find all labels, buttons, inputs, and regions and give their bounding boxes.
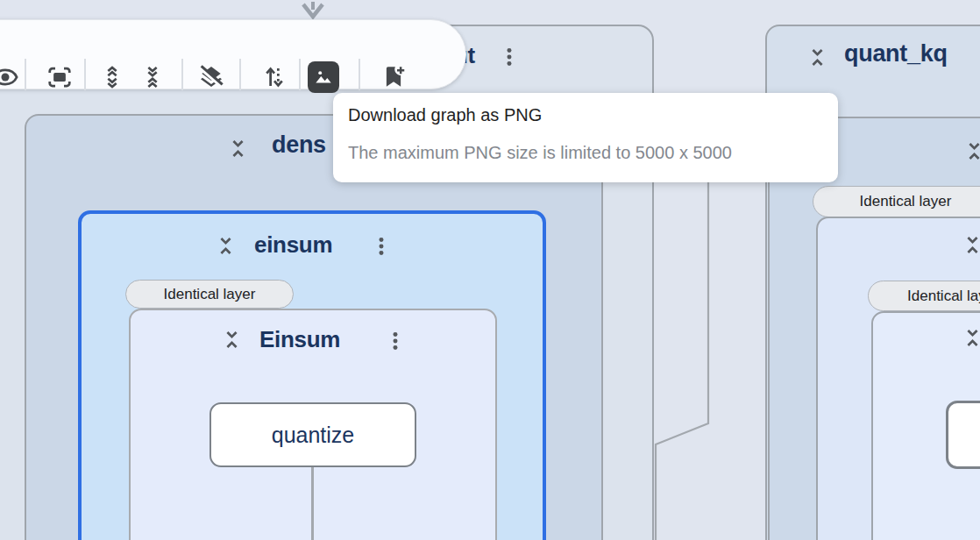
toolbar-divider (181, 59, 183, 90)
collapse-layer-icon[interactable] (961, 233, 980, 257)
edge-line (311, 467, 314, 540)
collapse-all-layers-icon[interactable] (137, 61, 168, 93)
identical-layer-badge: Identical layer (813, 186, 980, 217)
collapse-layer-icon[interactable] (214, 234, 238, 258)
toolbar-divider (239, 59, 241, 90)
toolbar-divider (299, 59, 301, 90)
bookmark-add-icon[interactable] (378, 61, 409, 93)
quantize-node-label: quantize (272, 423, 355, 448)
toolbar-divider (25, 59, 26, 90)
download-png-tooltip: Download graph as PNG The maximum PNG si… (333, 93, 838, 182)
flatten-layers-icon[interactable] (259, 61, 290, 93)
tooltip-subtitle: The maximum PNG size is limited to 5000 … (348, 143, 732, 163)
graph-toolbar (0, 19, 466, 89)
node[interactable] (946, 401, 980, 469)
collapse-layer-icon[interactable] (806, 46, 829, 69)
collapse-layer-icon[interactable] (962, 139, 980, 163)
badge-label: Identical layer (860, 193, 952, 210)
identical-layer-badge: Identical layer (125, 280, 294, 309)
more-options-icon[interactable] (498, 46, 521, 68)
toolbar-divider (359, 59, 360, 90)
collapse-layer-icon[interactable] (220, 328, 244, 352)
group-title-dens[interactable]: dens (272, 131, 326, 159)
collapse-layer-icon[interactable] (226, 137, 250, 160)
expand-all-layers-icon[interactable] (96, 61, 128, 93)
layers-off-icon[interactable] (195, 61, 227, 93)
fit-screen-icon[interactable] (44, 61, 75, 93)
collapse-layer-icon[interactable] (961, 326, 980, 350)
group-title-einsum-inner[interactable]: Einsum (259, 326, 340, 353)
identical-layer-badge: Identical layer (868, 281, 980, 311)
group-title-quant-kq[interactable]: quant_kq (844, 40, 948, 68)
tooltip-title: Download graph as PNG (348, 105, 542, 125)
more-options-icon[interactable] (370, 235, 393, 258)
badge-label: Identical layer (164, 286, 256, 303)
group-title-einsum[interactable]: einsum (254, 231, 332, 259)
badge-label: Identical layer (907, 288, 980, 305)
edge-line (649, 175, 719, 540)
graph-canvas[interactable]: ut dens einsum Identical layer Einsum qu… (0, 0, 980, 540)
more-options-icon[interactable] (384, 330, 407, 352)
eye-icon[interactable] (0, 61, 21, 93)
edge-arrow-icon (300, 2, 326, 19)
quantize-node[interactable]: quantize (209, 402, 416, 467)
toolbar-divider (84, 59, 86, 90)
image-icon[interactable] (308, 61, 339, 93)
